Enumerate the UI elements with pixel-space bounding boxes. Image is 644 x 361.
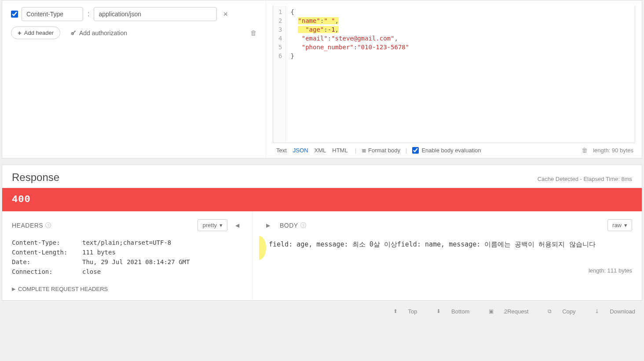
plus-icon: + — [18, 29, 22, 36]
header-value-input[interactable] — [94, 7, 217, 21]
editor-toolbar: Text JSON XML HTML | ≣ Format body | Ena… — [273, 143, 635, 155]
enable-body-eval[interactable]: Enable body evaluation — [412, 147, 481, 154]
editor-content[interactable]: { "name":" ", "age":-1, "email":"steve@g… — [286, 6, 413, 143]
download-button[interactable]: ⤓Download — [586, 308, 635, 315]
headers-table: Content-Type:text/plain;charset=UTF-8 Co… — [12, 239, 243, 275]
clear-headers-button[interactable]: 🗑︎ — [250, 29, 257, 37]
collapse-left-icon[interactable]: ◀ — [232, 222, 243, 228]
response-header: Response Cache Detected - Elapsed Time: … — [2, 165, 642, 188]
download-icon: ⤓ — [595, 308, 599, 314]
tab-json[interactable]: JSON — [291, 147, 310, 154]
headers-column: : × + Add header 🔑︎ Add authorization 🗑︎ — [2, 0, 266, 158]
clear-body-button[interactable]: 🗑︎ — [579, 147, 590, 154]
header-entry: Content-Type:text/plain;charset=UTF-8 — [12, 239, 243, 246]
key-icon: 🔑︎ — [70, 29, 78, 37]
scroll-top-button[interactable]: ⬆︎Top — [384, 308, 417, 315]
arrow-down-icon: ⬇︎ — [436, 308, 441, 314]
remove-header-button[interactable]: × — [220, 10, 231, 19]
header-entry: Connection:close — [12, 268, 243, 275]
request-icon: ▣ — [489, 308, 494, 314]
headers-title: HEADERS — [12, 222, 43, 229]
chevron-right-icon: ▶ — [12, 286, 15, 292]
help-icon[interactable]: ? — [45, 222, 51, 228]
arrow-up-icon: ⬆︎ — [393, 308, 398, 314]
add-header-button[interactable]: + Add header — [11, 26, 60, 39]
format-body-button[interactable]: ≣ Format body — [362, 147, 400, 154]
copy-icon: ⧉ — [548, 308, 552, 314]
add-auth-label: Add authorization — [79, 29, 127, 37]
tab-xml[interactable]: XML — [313, 147, 328, 154]
format-icon: ≣ — [362, 147, 366, 154]
response-title: Response — [12, 171, 59, 184]
add-authorization-button[interactable]: 🔑︎ Add authorization — [71, 29, 127, 37]
colon-label: : — [87, 10, 90, 18]
header-enabled-checkbox[interactable] — [11, 11, 18, 18]
request-panel: : × + Add header 🔑︎ Add authorization 🗑︎… — [2, 0, 642, 158]
header-entry: Date:Thu, 29 Jul 2021 08:14:27 GMT — [12, 258, 243, 265]
help-icon[interactable]: ? — [300, 222, 306, 228]
body-editor[interactable]: 1 2 3 4 5 6 { "name":" ", "age":-1, "ema… — [273, 6, 635, 143]
editor-gutter: 1 2 3 4 5 6 — [273, 6, 286, 143]
headers-view-selector[interactable]: pretty ▾ — [198, 219, 227, 231]
response-body-section: ▶ BODY ? raw ▾ field: age, message: 최소 0… — [253, 211, 642, 300]
to-request-button[interactable]: ▣2Request — [480, 308, 529, 315]
response-headers-section: HEADERS ? pretty ▾ ◀ Content-Type:text/p… — [2, 211, 253, 300]
chevron-down-icon: ▾ — [624, 222, 627, 228]
body-length-label: length: 90 bytes — [593, 147, 633, 154]
tab-html[interactable]: HTML — [330, 147, 349, 154]
header-key-input[interactable] — [22, 7, 83, 21]
body-column: 1 2 3 4 5 6 { "name":" ", "age":-1, "ema… — [266, 0, 642, 158]
enable-body-eval-checkbox[interactable] — [412, 147, 419, 154]
header-actions: + Add header 🔑︎ Add authorization 🗑︎ — [11, 26, 257, 39]
complete-request-headers-toggle[interactable]: ▶ COMPLETE REQUEST HEADERS — [12, 286, 243, 292]
body-view-selector[interactable]: raw ▾ — [607, 219, 632, 231]
status-bar: 400 — [2, 188, 642, 211]
body-title: BODY — [280, 222, 298, 229]
copy-button[interactable]: ⧉Copy — [539, 308, 575, 315]
response-body-text: field: age, message: 최소 0살 이상field: name… — [263, 239, 632, 250]
response-meta: Cache Detected - Elapsed Time: 8ms — [538, 176, 632, 182]
header-row: : × — [11, 7, 257, 21]
response-panel: Response Cache Detected - Elapsed Time: … — [2, 165, 642, 301]
scroll-bottom-button[interactable]: ⬇︎Bottom — [428, 308, 469, 315]
tab-text[interactable]: Text — [274, 147, 289, 154]
chevron-down-icon: ▾ — [220, 222, 223, 228]
footer-toolbar: ⬆︎Top ⬇︎Bottom ▣2Request ⧉Copy ⤓Download — [0, 302, 644, 320]
header-entry: Content-Length:111 bytes — [12, 249, 243, 256]
response-length-label: length: 111 bytes — [263, 267, 632, 274]
collapse-right-icon[interactable]: ▶ — [263, 222, 274, 228]
add-header-label: Add header — [24, 29, 54, 36]
